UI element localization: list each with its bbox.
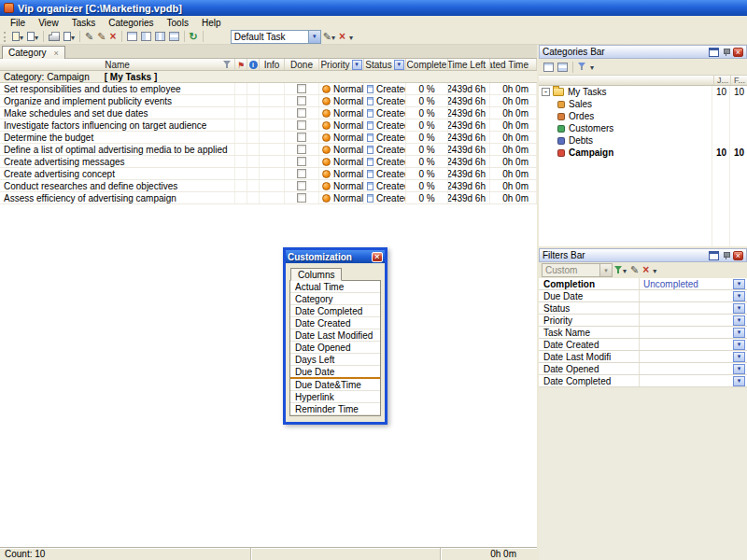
task-status-cell[interactable]: Created bbox=[364, 107, 406, 119]
task-row[interactable]: Assess efficiency of advertising campaig… bbox=[0, 192, 537, 204]
task-info-icon-cell[interactable] bbox=[247, 83, 260, 94]
done-checkbox[interactable] bbox=[297, 133, 306, 142]
filter-dropdown-icon[interactable] bbox=[733, 315, 745, 326]
task-status-cell[interactable]: Created bbox=[364, 156, 406, 167]
filter-row[interactable]: Task Name bbox=[539, 327, 747, 339]
filter-dropdown-icon[interactable] bbox=[733, 291, 745, 301]
tree-expand-icon[interactable] bbox=[542, 88, 550, 96]
tab-category[interactable]: Category bbox=[2, 46, 65, 59]
status-filter-dropdown-icon[interactable] bbox=[394, 60, 404, 70]
tab-close-icon[interactable] bbox=[54, 49, 59, 58]
column-list-item[interactable]: Hyperlink bbox=[290, 391, 380, 403]
task-status-cell[interactable]: Created bbox=[364, 144, 406, 155]
view-grid-button[interactable] bbox=[139, 30, 153, 44]
filter-row[interactable]: Status bbox=[539, 302, 747, 315]
task-flag-cell[interactable] bbox=[235, 192, 247, 203]
more-dropdown-button[interactable] bbox=[347, 30, 355, 44]
column-list-item[interactable]: Category bbox=[290, 293, 380, 305]
done-checkbox[interactable] bbox=[297, 108, 306, 118]
menu-item[interactable]: Tools bbox=[161, 18, 195, 28]
task-flag-cell[interactable] bbox=[235, 144, 247, 155]
filter-dropdown-icon[interactable] bbox=[733, 364, 745, 374]
task-priority-cell[interactable]: Normal bbox=[319, 156, 364, 167]
column-header-info-icon[interactable] bbox=[247, 59, 260, 70]
task-priority-cell[interactable]: Normal bbox=[319, 83, 364, 94]
clear-filter-button[interactable] bbox=[641, 263, 651, 277]
column-list-item[interactable]: Date Last Modified bbox=[290, 329, 380, 342]
column-list-item[interactable]: Reminder Time bbox=[290, 403, 380, 415]
task-status-cell[interactable]: Created bbox=[364, 119, 406, 131]
task-row[interactable]: Create advertising concept Normal Create… bbox=[0, 168, 537, 180]
default-task-combo[interactable]: Default Task bbox=[231, 30, 321, 44]
task-flag-cell[interactable] bbox=[235, 180, 247, 191]
done-checkbox[interactable] bbox=[297, 84, 306, 93]
edit-filter-button[interactable] bbox=[628, 263, 641, 277]
task-priority-cell[interactable]: Normal bbox=[319, 107, 364, 119]
dialog-title-bar[interactable]: Customization bbox=[286, 250, 385, 263]
done-checkbox[interactable] bbox=[297, 181, 306, 190]
pin-icon[interactable] bbox=[721, 48, 731, 57]
done-checkbox[interactable] bbox=[297, 96, 306, 105]
menu-item[interactable]: Help bbox=[195, 18, 228, 28]
filter-dropdown-icon[interactable] bbox=[733, 303, 745, 314]
done-checkbox[interactable] bbox=[297, 157, 306, 166]
task-status-cell[interactable]: Created bbox=[364, 95, 406, 106]
view-list-button[interactable] bbox=[125, 30, 139, 44]
task-status-cell[interactable]: Created bbox=[364, 192, 406, 203]
filter-dropdown-icon[interactable] bbox=[733, 352, 745, 362]
task-flag-cell[interactable] bbox=[235, 132, 247, 143]
task-priority-cell[interactable]: Normal bbox=[319, 119, 364, 131]
task-priority-cell[interactable]: Normal bbox=[319, 192, 364, 203]
delete-button[interactable] bbox=[107, 30, 118, 44]
filter-categories-button[interactable] bbox=[576, 60, 588, 74]
remove-button[interactable] bbox=[337, 30, 347, 44]
categories-column-1[interactable]: J... bbox=[713, 76, 730, 85]
filter-row[interactable]: Date Last Modifi bbox=[539, 351, 747, 363]
view-split-button[interactable] bbox=[153, 30, 167, 44]
task-priority-cell[interactable]: Normal bbox=[319, 168, 364, 179]
new-category-button[interactable] bbox=[542, 60, 556, 74]
task-info-icon-cell[interactable] bbox=[247, 107, 260, 119]
filter-value[interactable]: Uncompleted bbox=[640, 279, 733, 289]
task-row[interactable]: Organize and implement publicity events … bbox=[0, 95, 537, 107]
column-header-priority[interactable]: Priority bbox=[319, 59, 364, 70]
done-checkbox[interactable] bbox=[297, 145, 306, 154]
task-flag-cell[interactable] bbox=[235, 156, 247, 167]
column-list-item[interactable]: Date Created bbox=[290, 317, 380, 329]
task-info-icon-cell[interactable] bbox=[247, 168, 260, 179]
compose-button[interactable] bbox=[321, 30, 337, 44]
filter-preset-combo[interactable]: Custom bbox=[542, 263, 613, 277]
new-note-button[interactable] bbox=[25, 30, 40, 44]
task-status-cell[interactable]: Created bbox=[364, 83, 406, 94]
column-header-name[interactable]: Name bbox=[0, 59, 235, 70]
filter-row[interactable]: Date Opened bbox=[539, 363, 747, 375]
combo-dropdown-icon[interactable] bbox=[308, 31, 320, 43]
categories-more-button[interactable] bbox=[588, 60, 596, 74]
combo-dropdown-icon[interactable] bbox=[599, 264, 612, 276]
task-info-icon-cell[interactable] bbox=[247, 144, 260, 155]
column-header-done[interactable]: Done bbox=[285, 59, 319, 70]
category-tree-item[interactable]: Campaign 10 10 bbox=[539, 147, 747, 159]
float-panel-icon[interactable] bbox=[709, 48, 719, 57]
column-header-status[interactable]: Status bbox=[364, 59, 406, 70]
categories-column-2[interactable]: F... bbox=[730, 76, 747, 85]
task-priority-cell[interactable]: Normal bbox=[319, 132, 364, 143]
column-list-item[interactable]: Actual Time bbox=[290, 281, 380, 293]
task-info-icon-cell[interactable] bbox=[247, 132, 260, 143]
close-icon[interactable] bbox=[733, 48, 743, 57]
task-row[interactable]: Set responsibilities and duties to emplo… bbox=[0, 83, 537, 95]
column-header-info[interactable]: Info bbox=[260, 59, 285, 70]
task-status-cell[interactable]: Created bbox=[364, 180, 406, 191]
task-priority-cell[interactable]: Normal bbox=[319, 144, 364, 155]
filter-row[interactable]: Completion Uncompleted bbox=[539, 278, 747, 290]
filter-dropdown-icon[interactable] bbox=[733, 376, 745, 386]
task-row[interactable]: Define a list of optimal advertising med… bbox=[0, 144, 537, 156]
toolbar-grip[interactable] bbox=[4, 32, 7, 42]
column-header-time-left[interactable]: Time Left bbox=[448, 59, 490, 70]
done-checkbox[interactable] bbox=[297, 193, 306, 203]
pin-icon[interactable] bbox=[721, 251, 731, 260]
close-icon[interactable] bbox=[733, 251, 743, 260]
filter-row[interactable]: Date Created bbox=[539, 339, 747, 351]
task-flag-cell[interactable] bbox=[235, 83, 247, 94]
done-checkbox[interactable] bbox=[297, 120, 306, 130]
